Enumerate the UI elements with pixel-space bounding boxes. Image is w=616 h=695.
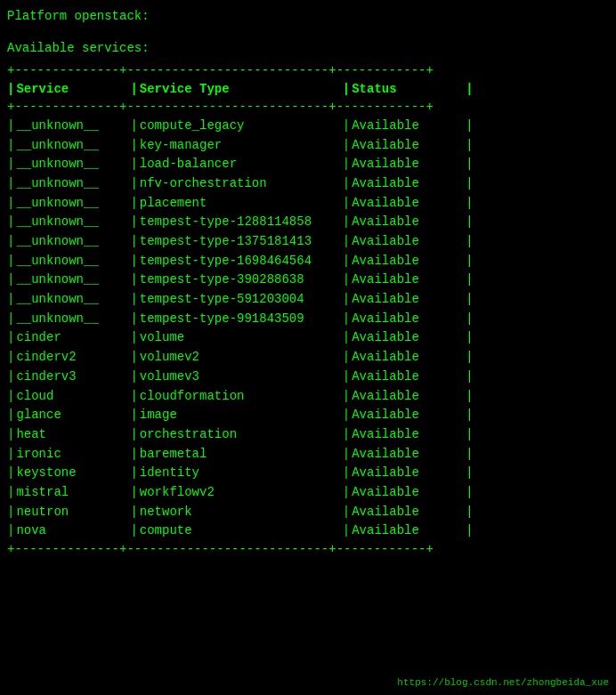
cell-status: Available <box>350 310 466 329</box>
table-row: | __unknown__ | tempest-type-1288114858 … <box>7 213 609 232</box>
table-row: | ironic | baremetal | Available | <box>7 445 609 465</box>
cell-status: Available <box>350 425 466 445</box>
cell-type: tempest-type-1698464564 <box>138 252 343 271</box>
cell-status: Available <box>350 117 466 136</box>
cell-status: Available <box>350 271 466 290</box>
table-row: | glance | image | Available | <box>7 406 609 425</box>
table-row: | __unknown__ | nfv-orchestration | Avai… <box>7 174 609 194</box>
table-row: | cinderv2 | volumev2 | Available | <box>7 348 609 368</box>
cell-type: workflowv2 <box>138 483 343 503</box>
cell-status: Available <box>350 503 466 522</box>
table-row: | __unknown__ | load-balancer | Availabl… <box>7 155 609 174</box>
cell-service: cinder <box>14 328 130 348</box>
cell-type: volume <box>138 328 343 348</box>
cell-type: compute_legacy <box>138 117 343 136</box>
cell-type: volumev3 <box>138 368 343 387</box>
table-row: | __unknown__ | tempest-type-991843509 |… <box>7 310 609 329</box>
table-row: | __unknown__ | tempest-type-1698464564 … <box>7 252 609 271</box>
cell-status: Available <box>350 368 466 387</box>
cell-status: Available <box>350 194 466 214</box>
cell-service: __unknown__ <box>14 310 130 329</box>
table-row: | keystone | identity | Available | <box>7 464 609 483</box>
table-row: | cinderv3 | volumev3 | Available | <box>7 368 609 387</box>
cell-type: image <box>138 406 343 425</box>
table-border-bottom: +--------------+------------------------… <box>7 541 609 559</box>
table-row: | mistral | workflowv2 | Available | <box>7 483 609 503</box>
cell-type: placement <box>138 194 343 214</box>
cell-status: Available <box>350 232 466 252</box>
cell-type: load-balancer <box>138 155 343 174</box>
cell-type: tempest-type-1288114858 <box>138 213 343 232</box>
cell-service: __unknown__ <box>14 232 130 252</box>
cell-type: nfv-orchestration <box>138 174 343 194</box>
cell-service: glance <box>14 406 130 425</box>
cell-type: compute <box>138 521 343 541</box>
cell-type: tempest-type-390288638 <box>138 271 343 290</box>
cell-type: network <box>138 503 343 522</box>
table-row: | cinder | volume | Available | <box>7 328 609 348</box>
cell-service: neutron <box>14 503 130 522</box>
watermark: https://blog.csdn.net/zhongbeida_xue <box>397 677 609 688</box>
cell-status: Available <box>350 136 466 156</box>
cell-service: keystone <box>14 464 130 483</box>
cell-type: tempest-type-1375181413 <box>138 232 343 252</box>
cell-type: cloudformation <box>138 387 343 407</box>
table-row: | __unknown__ | compute_legacy | Availab… <box>7 117 609 136</box>
cell-type: volumev2 <box>138 348 343 368</box>
cell-service: heat <box>14 425 130 445</box>
table-row: | cloud | cloudformation | Available | <box>7 387 609 407</box>
cell-status: Available <box>350 174 466 194</box>
cell-service: mistral <box>14 483 130 503</box>
cell-status: Available <box>350 483 466 503</box>
cell-status: Available <box>350 213 466 232</box>
cell-service: __unknown__ <box>14 174 130 194</box>
cell-status: Available <box>350 290 466 310</box>
cell-service: __unknown__ <box>14 290 130 310</box>
cell-status: Available <box>350 387 466 407</box>
cell-service: nova <box>14 521 130 541</box>
cell-service: cinderv2 <box>14 348 130 368</box>
cell-service: __unknown__ <box>14 194 130 214</box>
platform-title: Platform openstack: <box>7 9 609 27</box>
cell-service: __unknown__ <box>14 271 130 290</box>
cell-type: baremetal <box>138 445 343 465</box>
cell-service: __unknown__ <box>14 252 130 271</box>
table-row: | heat | orchestration | Available | <box>7 425 609 445</box>
cell-status: Available <box>350 252 466 271</box>
table-header-divider: +--------------+------------------------… <box>7 99 609 117</box>
table-border-top: +--------------+------------------------… <box>7 62 609 80</box>
cell-service: __unknown__ <box>14 117 130 136</box>
table-row: | __unknown__ | tempest-type-591203004 |… <box>7 290 609 310</box>
table-row: | nova | compute | Available | <box>7 521 609 541</box>
cell-type: key-manager <box>138 136 343 156</box>
cell-status: Available <box>350 406 466 425</box>
table-row: | __unknown__ | key-manager | Available … <box>7 136 609 156</box>
table-row: | __unknown__ | placement | Available | <box>7 194 609 214</box>
table-row: | __unknown__ | tempest-type-390288638 |… <box>7 271 609 290</box>
cell-service: __unknown__ <box>14 136 130 156</box>
cell-service: cinderv3 <box>14 368 130 387</box>
cell-type: identity <box>138 464 343 483</box>
cell-status: Available <box>350 445 466 465</box>
cell-service: __unknown__ <box>14 213 130 232</box>
cell-service: cloud <box>14 387 130 407</box>
cell-type: tempest-type-591203004 <box>138 290 343 310</box>
cell-status: Available <box>350 328 466 348</box>
cell-status: Available <box>350 521 466 541</box>
table-header-row: | Service | Service Type | Status | <box>7 80 609 100</box>
cell-type: tempest-type-991843509 <box>138 310 343 329</box>
table-row: | neutron | network | Available | <box>7 503 609 522</box>
cell-status: Available <box>350 155 466 174</box>
services-section-title: Available services: <box>7 41 609 55</box>
cell-status: Available <box>350 348 466 368</box>
services-table: +--------------+------------------------… <box>7 62 609 559</box>
table-row: | __unknown__ | tempest-type-1375181413 … <box>7 232 609 252</box>
cell-service: ironic <box>14 445 130 465</box>
cell-service: __unknown__ <box>14 155 130 174</box>
cell-type: orchestration <box>138 425 343 445</box>
cell-status: Available <box>350 464 466 483</box>
table-body: | __unknown__ | compute_legacy | Availab… <box>7 117 609 541</box>
